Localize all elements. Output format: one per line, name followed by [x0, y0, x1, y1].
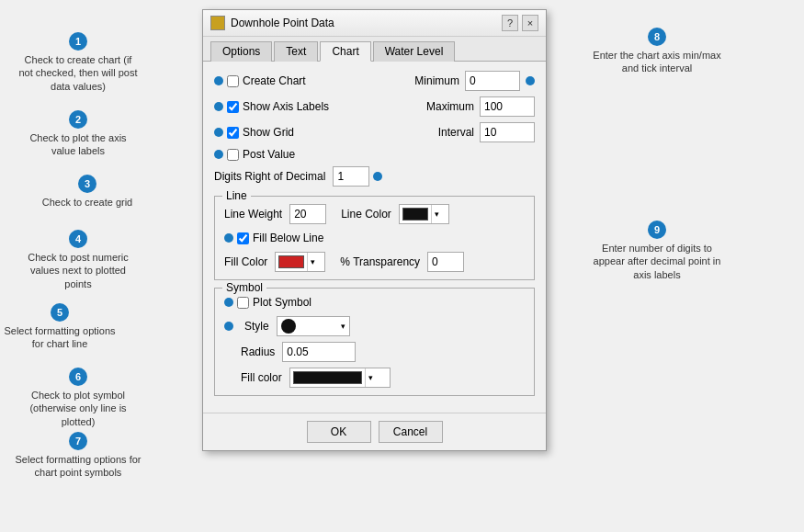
- tab-text[interactable]: Text: [274, 41, 318, 62]
- help-button[interactable]: ?: [502, 15, 518, 31]
- dialog-tabs: Options Text Chart Water Level: [203, 37, 546, 62]
- fill-color2-label: Fill color: [241, 371, 282, 384]
- radio-create-chart[interactable]: [214, 76, 223, 85]
- badge-6: 6: [69, 368, 87, 386]
- transparency-label: % Transparency: [340, 255, 420, 268]
- ok-button[interactable]: OK: [307, 421, 371, 443]
- title-buttons: ? ×: [502, 15, 538, 31]
- line-color-label: Line Color: [341, 208, 391, 221]
- show-grid-checkbox[interactable]: [227, 127, 239, 139]
- fill-color2-dropdown[interactable]: ▾: [289, 368, 391, 388]
- dialog-icon: [210, 16, 225, 30]
- annotation-3: 3 Check to create grid: [37, 175, 138, 209]
- symbol-section-title: Symbol: [222, 281, 266, 294]
- line-color-arrow[interactable]: ▾: [431, 205, 442, 223]
- show-axis-labels-checkbox[interactable]: [227, 101, 239, 113]
- maximum-input[interactable]: [480, 96, 535, 117]
- interval-label: Interval: [438, 126, 474, 139]
- line-weight-input[interactable]: [289, 204, 326, 224]
- fill-color2-arrow[interactable]: ▾: [365, 368, 376, 387]
- radio-show-axis[interactable]: [214, 102, 223, 111]
- symbol-section: Symbol Plot Symbol Style ▾ Radius Fill c: [214, 288, 535, 396]
- line-weight-label: Line Weight: [224, 208, 282, 221]
- line-color-dropdown[interactable]: ▾: [399, 204, 449, 224]
- min-indicator: [526, 76, 535, 85]
- badge-7: 7: [69, 432, 87, 450]
- minimum-label: Minimum: [414, 74, 459, 87]
- post-value-label: Post Value: [243, 148, 295, 161]
- annotation-1: 1 Check to create chart (if not checked,…: [18, 32, 138, 93]
- cancel-button[interactable]: Cancel: [379, 421, 443, 443]
- badge-1: 1: [69, 32, 87, 51]
- badge-8: 8: [648, 28, 666, 46]
- digits-input[interactable]: [333, 166, 369, 187]
- radio-show-grid[interactable]: [214, 128, 223, 137]
- line-section: Line Line Weight Line Color ▾ Fill Below…: [214, 196, 535, 280]
- fill-color-label: Fill Color: [224, 255, 267, 268]
- style-symbol: [281, 319, 296, 334]
- digits-indicator: [373, 172, 382, 181]
- tab-options[interactable]: Options: [210, 41, 272, 62]
- radius-input[interactable]: [282, 342, 356, 362]
- fill-color-arrow[interactable]: ▾: [307, 253, 318, 271]
- dialog-titlebar: Downhole Point Data ? ×: [203, 10, 546, 37]
- dialog-content: Create Chart Minimum Show Axis Labels Ma…: [203, 62, 546, 413]
- minimum-input[interactable]: [465, 71, 520, 91]
- interval-input[interactable]: [480, 122, 535, 142]
- radius-label: Radius: [241, 345, 275, 358]
- annotation-2: 2 Check to plot the axis value labels: [28, 110, 129, 158]
- radio-plot-symbol[interactable]: [224, 298, 233, 307]
- tab-water-level[interactable]: Water Level: [373, 41, 456, 62]
- create-chart-checkbox[interactable]: [227, 75, 239, 87]
- line-section-title: Line: [222, 189, 251, 202]
- dialog: Downhole Point Data ? × Options Text Cha…: [202, 9, 547, 451]
- style-label: Style: [244, 320, 269, 333]
- style-select[interactable]: ▾: [277, 316, 350, 336]
- plot-symbol-label: Plot Symbol: [253, 296, 311, 309]
- radio-fill-below[interactable]: [224, 233, 233, 243]
- fill-below-label: Fill Below Line: [253, 232, 323, 244]
- fill-color-dropdown[interactable]: ▾: [275, 252, 325, 272]
- badge-5: 5: [51, 303, 69, 322]
- maximum-label: Maximum: [426, 100, 474, 113]
- dialog-title: Downhole Point Data: [231, 17, 496, 29]
- annotation-4: 4 Check to post numeric values next to p…: [18, 230, 138, 290]
- close-button[interactable]: ×: [522, 15, 538, 31]
- style-select-arrow: ▾: [341, 322, 345, 331]
- badge-4: 4: [69, 230, 87, 248]
- show-grid-label: Show Grid: [243, 126, 294, 139]
- badge-9: 9: [648, 221, 666, 239]
- badge-2: 2: [69, 110, 87, 129]
- radio-style[interactable]: [224, 322, 233, 331]
- badge-3: 3: [78, 175, 96, 193]
- digits-label: Digits Right of Decimal: [214, 170, 325, 183]
- fill-below-checkbox[interactable]: [237, 232, 249, 244]
- create-chart-label: Create Chart: [243, 74, 306, 87]
- show-axis-labels-label: Show Axis Labels: [243, 100, 329, 113]
- plot-symbol-checkbox[interactable]: [237, 297, 249, 309]
- dialog-footer: OK Cancel: [203, 413, 546, 450]
- annotation-9: 9 Enter number of digits to appear after…: [588, 221, 726, 281]
- tab-chart[interactable]: Chart: [320, 41, 370, 62]
- radio-post-value[interactable]: [214, 150, 223, 159]
- transparency-input[interactable]: [427, 252, 464, 272]
- annotation-7: 7 Select formatting options for chart po…: [9, 432, 147, 480]
- annotation-5: 5 Select formatting options for chart li…: [0, 303, 119, 351]
- post-value-checkbox[interactable]: [227, 149, 239, 161]
- annotation-8: 8 Enter the chart axis min/max and tick …: [588, 28, 726, 75]
- annotation-6: 6 Check to plot symbol (otherwise only l…: [18, 368, 138, 428]
